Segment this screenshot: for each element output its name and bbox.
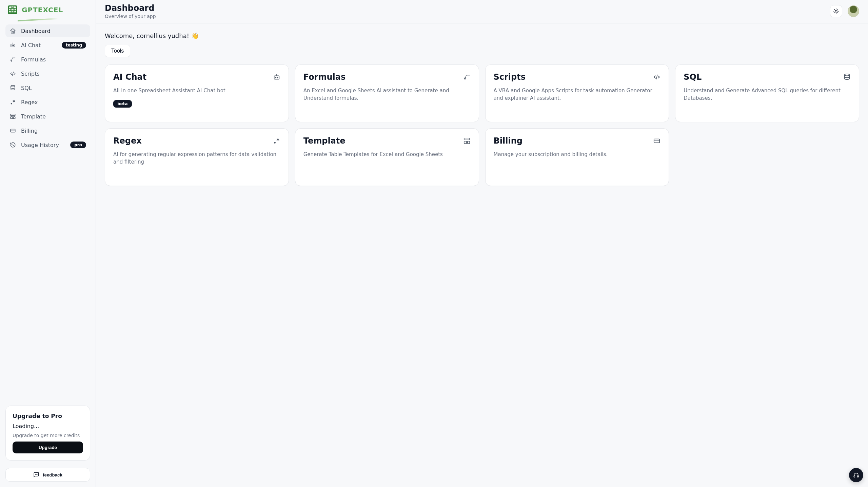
sidebar-item-sql[interactable]: SQL (5, 81, 90, 94)
svg-rect-19 (464, 141, 466, 144)
history-icon (9, 142, 16, 148)
sidebar-item-formulas[interactable]: Formulas (5, 53, 90, 66)
svg-point-17 (274, 142, 275, 143)
svg-point-5 (13, 45, 14, 46)
code-icon (9, 70, 16, 77)
database-icon (843, 73, 851, 81)
upgrade-loading: Loading... (13, 423, 83, 429)
sidebar-item-label: Regex (21, 99, 86, 106)
theme-toggle-button[interactable] (830, 5, 842, 17)
upgrade-button[interactable]: Upgrade (13, 442, 83, 453)
sidebar: GPTEXCEL Dashboard AI Chat testing (0, 0, 96, 487)
upgrade-title: Upgrade to Pro (13, 413, 83, 419)
card-title: Formulas (303, 72, 346, 82)
svg-point-16 (845, 74, 850, 76)
svg-rect-8 (11, 114, 15, 116)
brand[interactable]: GPTEXCEL (5, 3, 90, 19)
layout-icon (463, 137, 471, 145)
page-titles: Dashboard Overview of your app (105, 3, 156, 19)
sidebar-nav: Dashboard AI Chat testing Formulas S (5, 24, 90, 151)
card-ai-chat[interactable]: AI Chat All in one Spreadsheet Assistant… (105, 64, 289, 122)
card-title: Scripts (494, 72, 526, 82)
upgrade-sub: Upgrade to get more credits (13, 433, 83, 438)
svg-rect-18 (464, 138, 470, 140)
sidebar-item-label: SQL (21, 85, 86, 91)
main: Dashboard Overview of your app Welcome, … (96, 0, 868, 487)
svg-rect-9 (11, 117, 13, 119)
sidebar-item-scripts[interactable]: Scripts (5, 67, 90, 80)
help-fab[interactable] (849, 468, 863, 482)
svg-rect-20 (467, 141, 469, 144)
svg-point-4 (12, 45, 13, 46)
svg-point-6 (11, 86, 15, 87)
card-desc: An Excel and Google Sheets AI assistant … (303, 87, 471, 102)
card-template[interactable]: Template Generate Table Templates for Ex… (295, 128, 479, 186)
top-actions (830, 5, 859, 17)
regex-icon (9, 99, 16, 106)
card-desc: Understand and Generate Advanced SQL que… (684, 87, 851, 102)
bot-icon (9, 42, 16, 49)
brand-name: GPTEXCEL (22, 6, 63, 14)
code-icon (653, 73, 660, 81)
sidebar-item-regex[interactable]: Regex (5, 96, 90, 109)
card-scripts[interactable]: Scripts A VBA and Google Apps Scripts fo… (485, 64, 669, 122)
page-subtitle: Overview of your app (105, 14, 156, 19)
upgrade-card: Upgrade to Pro Loading... Upgrade to get… (5, 406, 90, 461)
svg-point-14 (275, 77, 276, 78)
card-regex[interactable]: Regex AI for generating regular expressi… (105, 128, 289, 186)
radical-icon (9, 56, 16, 63)
card-desc: AI for generating regular expression pat… (113, 151, 280, 166)
card-billing[interactable]: Billing Manage your subscription and bil… (485, 128, 669, 186)
feedback-icon (33, 472, 39, 478)
regex-icon (273, 137, 280, 145)
card-title: SQL (684, 72, 702, 82)
sidebar-item-label: Template (21, 113, 86, 120)
feedback-label: feedback (43, 472, 62, 477)
svg-rect-21 (654, 139, 660, 143)
feedback-button[interactable]: feedback (5, 468, 90, 482)
svg-point-15 (277, 77, 278, 78)
tool-cards: AI Chat All in one Spreadsheet Assistant… (105, 64, 859, 186)
home-icon (9, 27, 16, 34)
badge-beta: beta (113, 100, 132, 108)
sidebar-item-ai-chat[interactable]: AI Chat testing (5, 39, 90, 52)
card-title: Billing (494, 136, 522, 146)
tools-tab[interactable]: Tools (105, 45, 130, 57)
svg-rect-10 (14, 117, 15, 119)
svg-rect-3 (11, 44, 15, 47)
sun-icon (833, 8, 839, 14)
radical-icon (463, 73, 471, 81)
layout-icon (9, 113, 16, 120)
card-title: Regex (113, 136, 142, 146)
card-desc: Manage your subscription and billing det… (494, 151, 661, 158)
page-title: Dashboard (105, 3, 156, 13)
card-desc: A VBA and Google Apps Scripts for task a… (494, 87, 661, 102)
sidebar-item-label: AI Chat (21, 42, 57, 49)
avatar[interactable] (848, 5, 859, 17)
svg-rect-13 (274, 76, 279, 79)
svg-rect-23 (857, 476, 859, 477)
sidebar-item-usage-history[interactable]: Usage History pro (5, 138, 90, 151)
sidebar-item-label: Scripts (21, 71, 86, 77)
sidebar-item-dashboard[interactable]: Dashboard (5, 24, 90, 37)
welcome-text: Welcome, cornellius yudha! 👋 (105, 32, 859, 39)
card-desc: All in one Spreadsheet Assistant AI Chat… (113, 87, 280, 95)
sidebar-item-label: Billing (21, 128, 86, 134)
sidebar-item-label: Dashboard (21, 28, 86, 34)
badge-testing: testing (62, 42, 86, 49)
brand-logo-icon (7, 4, 18, 16)
card-formulas[interactable]: Formulas An Excel and Google Sheets AI a… (295, 64, 479, 122)
card-title: AI Chat (113, 72, 146, 82)
card-sql[interactable]: SQL Understand and Generate Advanced SQL… (675, 64, 859, 122)
svg-rect-22 (854, 476, 855, 477)
sidebar-item-label: Formulas (21, 56, 86, 63)
card-title: Template (303, 136, 346, 146)
sidebar-item-billing[interactable]: Billing (5, 124, 90, 137)
sidebar-item-template[interactable]: Template (5, 110, 90, 123)
svg-point-12 (835, 10, 837, 12)
topbar: Dashboard Overview of your app (96, 0, 868, 23)
card-icon (9, 127, 16, 134)
badge-pro: pro (70, 142, 86, 148)
database-icon (9, 85, 16, 91)
bot-icon (273, 73, 280, 81)
